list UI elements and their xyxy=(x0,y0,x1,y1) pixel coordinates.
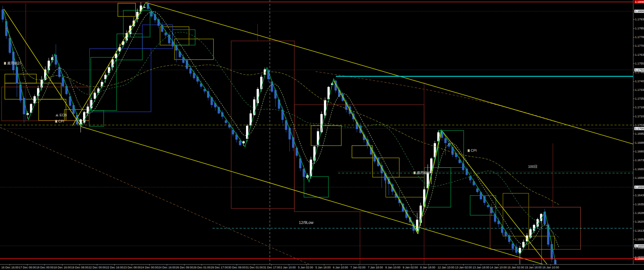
price-axis-label: 1.16055 xyxy=(635,238,644,241)
price-axis-label: 1.16955 xyxy=(635,132,644,135)
time-axis-label: 13 Jan 18:00 xyxy=(472,266,489,269)
price-axis-label: 1.17630 xyxy=(635,53,644,56)
time-tick xyxy=(306,265,307,265)
price-tick xyxy=(633,231,635,231)
price-axis-label: 1.16130 xyxy=(635,229,644,232)
chart-box[interactable] xyxy=(117,34,142,60)
time-axis-label: 17 Dec 08:00 xyxy=(19,266,36,269)
annotation-cpi-left: CPI xyxy=(55,119,64,123)
mid-fall-line[interactable] xyxy=(334,81,418,234)
time-axis-label: 9 Jan 02:00 xyxy=(403,266,418,269)
time-tick xyxy=(219,265,219,265)
price-tick xyxy=(633,28,635,29)
price-tick xyxy=(633,239,635,240)
price-tick xyxy=(633,195,635,196)
news-doc-icon xyxy=(4,62,6,65)
ma-mid xyxy=(6,28,559,237)
time-tick xyxy=(27,265,27,265)
time-axis-label: 6 Jan 10:00 xyxy=(333,266,348,269)
time-axis-label: 30 Dec 09:00 xyxy=(228,266,246,269)
time-tick xyxy=(10,265,10,265)
price-alert-label: 1.15891 xyxy=(634,257,644,260)
price-axis-label: 1.16730 xyxy=(635,159,644,162)
price-tick xyxy=(633,143,635,143)
time-tick xyxy=(393,265,394,265)
price-axis-label: 1.17105 xyxy=(635,115,644,118)
time-tick xyxy=(463,265,464,265)
price-tick xyxy=(633,178,635,178)
chart-box[interactable] xyxy=(503,193,529,236)
price-axis-label: 1.17930 xyxy=(635,18,644,21)
news-doc-icon xyxy=(55,120,57,123)
price-axis-label: 1.16205 xyxy=(635,220,644,223)
chart-box[interactable] xyxy=(231,41,294,208)
time-axis-label: 12 Jan 10:00 xyxy=(438,266,454,269)
price-tick xyxy=(633,116,635,117)
time-axis-label: 7 Jan 18:00 xyxy=(368,266,383,269)
price-axis-label: 1.17180 xyxy=(635,106,644,109)
price-axis-label: 1.17405 xyxy=(635,80,644,83)
price-tick xyxy=(633,90,635,90)
price-alert-label: 1.18080 xyxy=(634,0,644,4)
price-axis-label: 1.16280 xyxy=(635,211,644,215)
chart-window[interactable]: 1.179301.178551.177801.177051.176301.175… xyxy=(0,0,644,270)
price-axis-label: 1.17330 xyxy=(635,88,644,92)
chart-box[interactable] xyxy=(173,30,195,45)
time-axis-label: 7 Jan 02:00 xyxy=(350,266,365,269)
right-fall-line[interactable] xyxy=(442,130,549,267)
news-doc-icon xyxy=(413,171,416,174)
chart-box[interactable] xyxy=(352,146,373,158)
annotation-ecb: ECB xyxy=(55,113,67,117)
chart-box[interactable] xyxy=(118,3,136,16)
annotation-dec9-low-label: 12/9Low xyxy=(299,221,313,225)
price-tick xyxy=(633,134,635,134)
price-tick xyxy=(633,222,635,222)
mid-rise-line[interactable] xyxy=(418,130,442,234)
time-tick xyxy=(271,265,272,265)
annotation-label: 100日 xyxy=(528,165,537,169)
channel-bottom-line[interactable] xyxy=(81,127,562,270)
time-axis-label: 22 Dec 00:00 xyxy=(89,266,106,269)
left-fall-line[interactable] xyxy=(4,9,81,127)
chart-box[interactable] xyxy=(89,111,104,126)
price-tick xyxy=(633,169,635,169)
price-tick xyxy=(633,46,635,46)
price-axis-label: 1.16655 xyxy=(635,168,644,171)
price-axis-label: 1.16430 xyxy=(635,194,644,197)
time-axis-label: 5 Jan 02:00 xyxy=(298,266,313,269)
price-tick xyxy=(633,37,635,37)
price-tick xyxy=(633,213,635,213)
time-tick xyxy=(184,265,185,265)
time-tick xyxy=(341,265,342,265)
rise-to-peak-line[interactable] xyxy=(72,3,146,126)
annotation-cpi-right: CPI xyxy=(468,149,477,152)
price-axis-label: 1.16880 xyxy=(635,141,644,144)
price-round-label: 1.16500 xyxy=(634,186,644,189)
price-tick xyxy=(633,248,635,248)
channel-top-line[interactable] xyxy=(146,3,633,144)
time-axis-label: 9 Jan 18:00 xyxy=(420,266,435,269)
time-axis-label: 22 Dec 16:00 xyxy=(106,266,123,269)
time-axis-label: 16 Dec 16:00 xyxy=(1,266,19,269)
time-tick xyxy=(202,265,202,265)
price-round-label: 1.17500 xyxy=(634,68,644,72)
time-axis-label: 18 Dec 16:00 xyxy=(54,266,71,269)
long-ma-dashed-line xyxy=(316,72,557,122)
time-axis[interactable]: 16 Dec 16:0017 Dec 08:0018 Dec 00:0018 D… xyxy=(0,264,644,270)
chart-box[interactable] xyxy=(5,83,61,99)
price-axis[interactable]: 1.179301.178551.177801.177051.176301.175… xyxy=(633,0,644,264)
time-axis-label: 8 Jan 10:00 xyxy=(385,266,400,269)
ecb-event-icon xyxy=(55,114,59,116)
time-tick xyxy=(114,265,115,265)
price-tick xyxy=(633,160,635,160)
time-tick xyxy=(44,265,45,265)
chart-box[interactable] xyxy=(39,99,66,121)
price-tick xyxy=(633,107,635,108)
price-tick xyxy=(633,99,635,99)
price-axis-label: 1.17255 xyxy=(635,97,644,100)
chart-area[interactable] xyxy=(0,0,644,270)
time-tick xyxy=(237,265,237,265)
time-tick xyxy=(62,265,62,265)
time-tick xyxy=(446,265,446,265)
zigzag-line[interactable] xyxy=(4,3,557,270)
